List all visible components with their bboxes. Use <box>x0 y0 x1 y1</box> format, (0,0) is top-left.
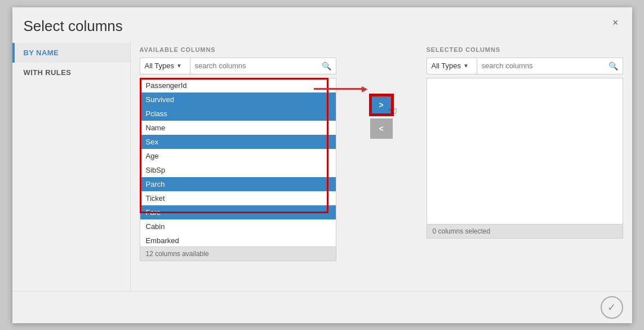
columns-area: AVAILABLE COLUMNS All Types ▼ 🔍 <box>140 46 623 285</box>
available-status: 12 columns available <box>140 247 336 261</box>
sidebar: BY NAME WITH RULES <box>12 41 131 291</box>
close-button[interactable]: × <box>610 17 621 28</box>
dialog-title: Select columns <box>24 17 123 35</box>
list-item[interactable]: Embarked <box>140 234 336 247</box>
dropdown-arrow-icon: ▼ <box>176 63 182 69</box>
selected-search-box: 🔍 <box>477 58 623 74</box>
dialog-footer: ✓ <box>12 291 632 323</box>
selected-status: 0 columns selected <box>427 225 623 239</box>
list-item[interactable]: Pclass <box>140 107 336 121</box>
main-content: AVAILABLE COLUMNS All Types ▼ 🔍 <box>131 41 632 291</box>
selected-search-icon: 🔍 <box>609 61 618 71</box>
list-item[interactable]: PassengerId <box>140 78 336 93</box>
transfer-area: ▶ > ☜ < <box>370 46 393 139</box>
list-item[interactable]: Fare <box>140 205 336 219</box>
available-columns-panel: AVAILABLE COLUMNS All Types ▼ 🔍 <box>140 46 336 261</box>
list-item[interactable]: Sex <box>140 135 336 149</box>
list-item[interactable]: SibSp <box>140 163 336 177</box>
sidebar-item-by-name[interactable]: BY NAME <box>12 43 130 63</box>
list-item[interactable]: Cabin <box>140 219 336 234</box>
available-search-icon: 🔍 <box>322 61 331 71</box>
selected-search-input[interactable] <box>482 61 609 70</box>
available-list-wrapper: PassengerIdSurvivedPclassNameSexAgeSibSp… <box>140 78 336 247</box>
selected-columns-panel: SELECTED COLUMNS All Types ▼ 🔍 0 col <box>427 46 623 239</box>
dialog: Select columns × BY NAME WITH RULES AVAI… <box>12 7 632 323</box>
selected-dropdown-arrow-icon: ▼ <box>463 63 469 69</box>
ok-button[interactable]: ✓ <box>601 296 623 319</box>
selected-toolbar: All Types ▼ 🔍 <box>427 58 623 74</box>
available-toolbar: All Types ▼ 🔍 <box>140 58 336 74</box>
available-columns-label: AVAILABLE COLUMNS <box>140 46 336 53</box>
selected-columns-label: SELECTED COLUMNS <box>427 46 623 53</box>
list-item[interactable]: Survived <box>140 93 336 107</box>
available-search-input[interactable] <box>195 61 322 70</box>
sidebar-item-with-rules[interactable]: WITH RULES <box>12 63 130 82</box>
available-type-dropdown[interactable]: All Types ▼ <box>140 58 190 74</box>
available-list[interactable]: PassengerIdSurvivedPclassNameSexAgeSibSp… <box>140 78 336 247</box>
dialog-header: Select columns × <box>12 7 632 41</box>
ok-icon: ✓ <box>607 301 616 314</box>
add-btn-wrapper: > ☜ <box>370 95 393 115</box>
remove-columns-button[interactable]: < <box>370 118 393 139</box>
list-item[interactable]: Ticket <box>140 191 336 205</box>
add-columns-button[interactable]: > <box>370 95 393 115</box>
selected-list[interactable] <box>427 78 623 225</box>
selected-type-dropdown[interactable]: All Types ▼ <box>427 58 477 74</box>
dialog-body: BY NAME WITH RULES AVAILABLE COLUMNS All… <box>12 41 632 291</box>
list-item[interactable]: Age <box>140 149 336 163</box>
available-search-box: 🔍 <box>190 58 336 74</box>
list-item[interactable]: Parch <box>140 177 336 191</box>
list-item[interactable]: Name <box>140 121 336 135</box>
